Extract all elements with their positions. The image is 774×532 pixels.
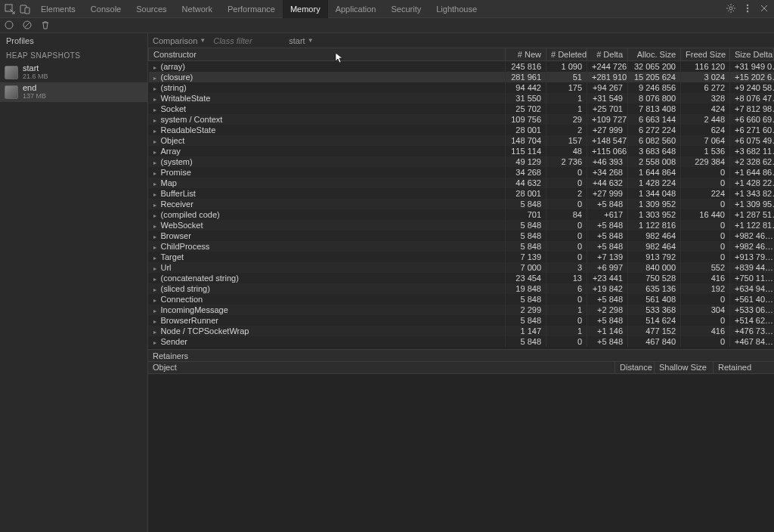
expand-icon[interactable]: ▸ xyxy=(153,149,161,156)
tab-security[interactable]: Security xyxy=(383,0,429,18)
table-row[interactable]: ▸IncomingMessage2 2991+2 298533 368304+5… xyxy=(149,305,774,315)
expand-icon[interactable]: ▸ xyxy=(153,181,161,187)
table-row[interactable]: ▸(string)94 442175+94 2679 246 8566 272+… xyxy=(149,82,774,93)
table-row[interactable]: ▸(sliced string)19 8486+19 842635 136192… xyxy=(149,283,774,294)
expand-icon[interactable]: ▸ xyxy=(153,170,161,177)
table-row[interactable]: ▸WritableState31 5501+31 5498 076 800328… xyxy=(149,93,774,104)
close-icon[interactable] xyxy=(759,3,771,15)
expand-icon[interactable]: ▸ xyxy=(153,318,161,325)
table-row[interactable]: ▸Url7 0003+6 997840 000552+839 44… xyxy=(149,262,774,273)
table-row[interactable]: ▸ChildProcess5 8480+5 848982 4640+982 46… xyxy=(149,241,774,252)
table-row[interactable]: ▸system / Context109 75629+109 7276 663 … xyxy=(149,114,774,125)
expand-icon[interactable]: ▸ xyxy=(153,75,161,82)
numeric-cell: 157 xyxy=(546,135,587,146)
table-row[interactable]: ▸ReadableState28 0012+27 9996 272 224624… xyxy=(149,125,774,135)
retainers-col-shallow[interactable]: Shallow Size xyxy=(655,362,714,373)
column-header[interactable]: Freed Size xyxy=(681,48,730,61)
expand-icon[interactable]: ▸ xyxy=(153,107,161,113)
numeric-cell: 1 xyxy=(546,305,587,315)
expand-icon[interactable]: ▸ xyxy=(153,117,161,124)
expand-icon[interactable]: ▸ xyxy=(153,339,161,346)
numeric-cell: +5 848 xyxy=(587,315,628,326)
numeric-cell: 2 448 xyxy=(681,114,730,125)
table-row[interactable]: ▸Map44 6320+44 6321 428 2240+1 428 22… xyxy=(149,178,774,188)
constructor-cell: ▸BufferList xyxy=(149,188,506,199)
base-snapshot-dropdown[interactable]: start ▼ xyxy=(289,36,313,45)
expand-icon[interactable]: ▸ xyxy=(153,128,161,135)
table-row[interactable]: ▸Target7 1390+7 139913 7920+913 79… xyxy=(149,252,774,262)
tab-network[interactable]: Network xyxy=(175,0,220,18)
expand-icon[interactable]: ▸ xyxy=(153,297,161,304)
expand-icon[interactable]: ▸ xyxy=(153,223,161,230)
perspective-dropdown[interactable]: Comparison ▼ xyxy=(153,36,206,45)
retainers-col-object[interactable]: Object xyxy=(148,362,615,373)
expand-icon[interactable]: ▸ xyxy=(153,234,161,240)
table-row[interactable]: ▸(closure)281 96151+281 91015 205 6243 0… xyxy=(149,72,774,82)
constructor-cell: ▸(closure) xyxy=(149,72,506,82)
tab-performance[interactable]: Performance xyxy=(220,0,283,18)
table-row[interactable]: ▸Promise34 2680+34 2681 644 8640+1 644 8… xyxy=(149,167,774,178)
table-row[interactable]: ▸BrowserRunner5 8480+5 848514 6240+514 6… xyxy=(149,315,774,326)
column-header[interactable]: # Delta xyxy=(587,48,628,61)
constructor-cell: ▸Node / TCPSocketWrap xyxy=(149,326,506,336)
tab-elements[interactable]: Elements xyxy=(33,0,83,18)
profiles-toolbar xyxy=(0,18,774,33)
numeric-cell: +8 076 47… xyxy=(730,93,774,104)
retainers-header[interactable]: Retainers xyxy=(148,349,774,361)
retainers-col-retained[interactable]: Retained Size xyxy=(714,362,774,373)
column-header[interactable]: # New xyxy=(506,48,546,61)
table-row[interactable]: ▸(system)49 1292 736+46 3932 558 008229 … xyxy=(149,156,774,167)
expand-icon[interactable]: ▸ xyxy=(153,255,161,261)
table-row[interactable]: ▸(compiled code)70184+6171 303 95216 440… xyxy=(149,209,774,220)
column-header[interactable]: # Deleted xyxy=(546,48,587,61)
expand-icon[interactable]: ▸ xyxy=(153,96,161,103)
table-row[interactable]: ▸Socket25 7021+25 7017 813 408424+7 812 … xyxy=(149,104,774,114)
tab-memory[interactable]: Memory xyxy=(283,0,328,18)
expand-icon[interactable]: ▸ xyxy=(153,85,161,92)
expand-icon[interactable]: ▸ xyxy=(153,286,161,293)
snapshot-item[interactable]: end137 MB xyxy=(0,82,147,102)
expand-icon[interactable]: ▸ xyxy=(153,265,161,272)
table-row[interactable]: ▸Node / TCPSocketWrap1 1471+1 146477 152… xyxy=(149,326,774,336)
class-filter-input[interactable] xyxy=(213,36,281,45)
device-toggle-icon[interactable] xyxy=(18,2,32,16)
table-row[interactable]: ▸Array115 11448+115 0663 683 6481 536+3 … xyxy=(149,146,774,156)
tab-sources[interactable]: Sources xyxy=(128,0,174,18)
expand-icon[interactable]: ▸ xyxy=(153,64,161,71)
expand-icon[interactable]: ▸ xyxy=(153,191,161,198)
expand-icon[interactable]: ▸ xyxy=(153,244,161,251)
table-row[interactable]: ▸(array)245 8161 090+244 72632 065 20011… xyxy=(149,61,774,73)
record-icon[interactable] xyxy=(5,20,15,31)
column-header[interactable]: Size Delta xyxy=(730,48,774,61)
table-row[interactable]: ▸Sender5 8480+5 848467 8400+467 84… xyxy=(149,336,774,347)
table-row[interactable]: ▸BufferList28 0012+27 9991 344 048224+1 … xyxy=(149,188,774,199)
clear-icon[interactable] xyxy=(23,20,33,31)
numeric-cell: +5 848 xyxy=(587,199,628,209)
table-row[interactable]: ▸Browser5 8480+5 848982 4640+982 46… xyxy=(149,230,774,241)
tab-console[interactable]: Console xyxy=(83,0,128,18)
table-row[interactable]: ▸Receiver5 8480+5 8481 309 9520+1 309 95… xyxy=(149,199,774,209)
expand-icon[interactable]: ▸ xyxy=(153,329,161,336)
settings-icon[interactable] xyxy=(726,3,738,15)
expand-icon[interactable]: ▸ xyxy=(153,276,161,283)
table-row[interactable]: ▸(concatenated string)23 45413+23 441750… xyxy=(149,273,774,283)
table-row[interactable]: ▸WebSocket5 8480+5 8481 122 8160+1 122 8… xyxy=(149,220,774,230)
table-row[interactable]: ▸Connection5 8480+5 848561 4080+561 40… xyxy=(149,294,774,305)
table-row[interactable]: ▸Object148 704157+148 5476 082 5607 064+… xyxy=(149,135,774,146)
column-header[interactable]: Constructor xyxy=(149,48,506,61)
more-icon[interactable] xyxy=(742,3,754,15)
expand-icon[interactable]: ▸ xyxy=(153,212,161,219)
tab-application[interactable]: Application xyxy=(328,0,384,18)
expand-icon[interactable]: ▸ xyxy=(153,308,161,314)
retainers-col-distance[interactable]: Distance xyxy=(615,362,655,373)
expand-icon[interactable]: ▸ xyxy=(153,138,161,145)
comparison-table[interactable]: Constructor# New# Deleted# DeltaAlloc. S… xyxy=(148,48,774,349)
snapshot-name: end xyxy=(23,84,46,92)
column-header[interactable]: Alloc. Size xyxy=(628,48,681,61)
inspect-element-icon[interactable] xyxy=(3,2,17,16)
snapshot-item[interactable]: start21.6 MB xyxy=(0,63,147,82)
tab-lighthouse[interactable]: Lighthouse xyxy=(429,0,485,18)
expand-icon[interactable]: ▸ xyxy=(153,202,161,209)
trash-icon[interactable] xyxy=(41,20,51,31)
expand-icon[interactable]: ▸ xyxy=(153,159,161,166)
